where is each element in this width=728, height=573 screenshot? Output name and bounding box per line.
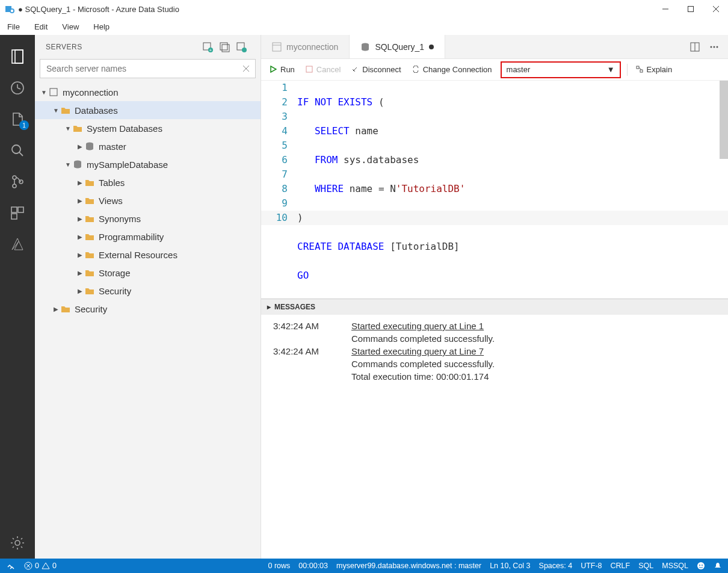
- title-bar: ● SQLQuery_1 - Microsoft - Azure Data St…: [0, 0, 728, 18]
- explain-icon: [636, 66, 644, 74]
- status-time[interactable]: 00:00:03: [298, 562, 328, 570]
- status-eol[interactable]: CRLF: [611, 562, 631, 570]
- play-icon: [270, 66, 278, 74]
- stop-icon: [306, 66, 314, 74]
- menu-edit[interactable]: Edit: [31, 21, 51, 33]
- svg-rect-8: [15, 50, 23, 63]
- tree-tables[interactable]: Tables: [35, 173, 261, 191]
- cancel-button: Cancel: [303, 64, 343, 75]
- status-spaces[interactable]: Spaces: 4: [539, 562, 573, 570]
- status-rows[interactable]: 0 rows: [268, 562, 291, 570]
- svg-rect-4: [688, 7, 694, 12]
- status-feedback-icon[interactable]: [697, 562, 705, 570]
- folder-icon: [84, 195, 95, 206]
- folder-icon: [60, 303, 71, 314]
- warning-icon: [42, 562, 50, 570]
- status-server[interactable]: myserver99.database.windows.net : master: [336, 562, 481, 570]
- database-select[interactable]: master▼: [501, 61, 621, 78]
- activity-history[interactable]: [0, 72, 35, 104]
- message-row: 3:42:24 AMStarted executing query at Lin…: [273, 345, 716, 358]
- refresh-connections-icon[interactable]: [233, 39, 250, 55]
- folder-icon: [84, 177, 95, 188]
- activity-source-control[interactable]: [0, 166, 35, 197]
- svg-rect-25: [222, 45, 229, 52]
- tree-synonyms[interactable]: Synonyms: [35, 209, 261, 228]
- explorer-badge: 1: [19, 120, 29, 130]
- messages-body: 3:42:24 AMStarted executing query at Lin…: [261, 315, 728, 559]
- disconnect-button[interactable]: Disconnect: [349, 64, 403, 75]
- editor-area: myconnection SQLQuery_1 Run Cancel Disco…: [261, 35, 728, 559]
- svg-rect-19: [11, 214, 17, 219]
- menu-view[interactable]: View: [58, 21, 82, 33]
- activity-explorer[interactable]: 1: [0, 104, 35, 135]
- svg-rect-7: [12, 50, 23, 63]
- tab-sqlquery1[interactable]: SQLQuery_1: [350, 35, 445, 58]
- status-language[interactable]: SQL: [638, 562, 653, 570]
- clear-search-icon[interactable]: [240, 63, 252, 75]
- dirty-indicator-icon: [429, 45, 434, 49]
- more-actions-icon[interactable]: [706, 39, 722, 55]
- dashboard-icon: [272, 42, 282, 52]
- message-row: 3:42:24 AMStarted executing query at Lin…: [273, 320, 716, 332]
- code-content[interactable]: IF NOT EXISTS ( SELECT name FROM sys.dat…: [297, 81, 728, 299]
- tab-strip: myconnection SQLQuery_1: [261, 35, 728, 59]
- status-cursor[interactable]: Ln 10, Col 3: [490, 562, 530, 570]
- status-bar: 0 0 0 rows 00:00:03 myserver99.database.…: [0, 559, 728, 573]
- tree-connection[interactable]: myconnection: [35, 83, 261, 101]
- tree-storage[interactable]: Storage: [35, 264, 261, 282]
- tree-server-security[interactable]: Security: [35, 300, 261, 318]
- tree-external-resources[interactable]: External Resources: [35, 246, 261, 264]
- vertical-scrollbar[interactable]: [720, 81, 728, 159]
- svg-point-38: [711, 46, 712, 48]
- svg-rect-17: [11, 207, 17, 212]
- new-group-icon[interactable]: [216, 39, 233, 55]
- tree-system-databases[interactable]: System Databases: [35, 119, 261, 137]
- status-remote[interactable]: [6, 561, 16, 571]
- status-notifications-icon[interactable]: [714, 562, 722, 570]
- tree-master-db[interactable]: master: [35, 137, 261, 155]
- database-icon: [360, 42, 370, 52]
- activity-bar: 1: [0, 35, 35, 559]
- tree-views[interactable]: Views: [35, 191, 261, 209]
- disconnect-icon: [351, 66, 360, 74]
- folder-icon: [84, 285, 95, 296]
- minimize-button[interactable]: [658, 2, 673, 16]
- app-icon: [5, 4, 14, 14]
- run-button[interactable]: Run: [267, 64, 297, 75]
- maximize-button[interactable]: [683, 2, 698, 16]
- tree-programmability[interactable]: Programmability: [35, 228, 261, 246]
- activity-servers[interactable]: [0, 41, 35, 72]
- folder-icon: [72, 123, 83, 134]
- status-problems[interactable]: 0 0: [24, 562, 57, 570]
- svg-text:+: +: [209, 48, 212, 52]
- menu-help[interactable]: Help: [90, 21, 113, 33]
- tree-sample-db[interactable]: mySampleDatabase: [35, 155, 261, 173]
- svg-line-44: [639, 67, 641, 70]
- svg-point-15: [13, 184, 16, 188]
- search-input[interactable]: [40, 59, 256, 78]
- new-connection-icon[interactable]: +: [199, 39, 216, 55]
- activity-azure[interactable]: [0, 229, 35, 260]
- split-editor-icon[interactable]: [687, 39, 703, 55]
- explain-button[interactable]: Explain: [634, 64, 675, 75]
- tree-databases[interactable]: Databases: [35, 101, 261, 119]
- activity-settings[interactable]: [0, 527, 35, 559]
- error-icon: [24, 562, 32, 570]
- change-connection-button[interactable]: Change Connection: [410, 64, 495, 75]
- close-button[interactable]: [709, 2, 723, 16]
- menu-file[interactable]: File: [4, 21, 23, 33]
- status-encoding[interactable]: UTF-8: [581, 562, 602, 570]
- svg-rect-43: [640, 70, 643, 72]
- message-row: Commands completed successfully.: [351, 332, 716, 345]
- activity-extensions[interactable]: [0, 197, 35, 229]
- tree-db-security[interactable]: Security: [35, 282, 261, 300]
- menu-bar: File Edit View Help: [0, 18, 728, 35]
- tab-myconnection[interactable]: myconnection: [261, 35, 350, 58]
- svg-rect-18: [18, 207, 23, 212]
- gutter: 12345678910: [261, 81, 297, 299]
- svg-line-11: [17, 88, 20, 89]
- code-editor[interactable]: 12345678910 IF NOT EXISTS ( SELECT name …: [261, 81, 728, 299]
- messages-header[interactable]: ▸MESSAGES: [261, 299, 728, 315]
- activity-search[interactable]: [0, 135, 35, 166]
- status-provider[interactable]: MSSQL: [662, 562, 688, 570]
